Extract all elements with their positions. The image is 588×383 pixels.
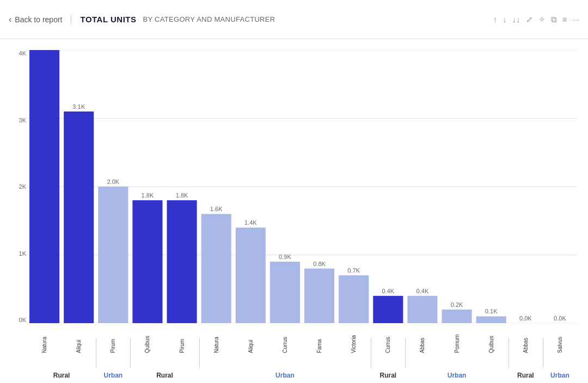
title-section: TOTAL UNITS BY CATEGORY AND MANUFACTURER (80, 15, 275, 24)
bar-label-slot-4: Pirum (165, 323, 199, 353)
category-row: RuralUrbanRuralUrbanRuralUrbanRuralUrban (27, 368, 577, 383)
chart-container: 0K 1K 2K 3K 4K 4.0K3.1K2.0K1.8K1.8K1.6K1… (0, 39, 588, 383)
bar-name-label-2: Pirum (110, 323, 116, 353)
category-label-3: Urban (199, 372, 371, 379)
bar-value-11: 0.4K (416, 288, 429, 294)
bar-value-8: 0.8K (313, 261, 326, 267)
bar-label-slot-12: Pomum (440, 323, 474, 353)
bar-name-label-10: Currus (385, 323, 391, 353)
chart-title: TOTAL UNITS (80, 15, 136, 24)
chevron-left-icon: ‹ (9, 15, 11, 24)
group-separator-3 (199, 338, 200, 368)
category-label-5: Urban (405, 372, 508, 379)
bar-label-slot-15: Salvus (543, 323, 577, 353)
y-label-1: 1K (19, 250, 26, 257)
bar-1[interactable] (64, 112, 94, 323)
bar-name-label-15: Salvus (557, 323, 563, 353)
bar-value-1: 3.1K (72, 103, 85, 110)
bar-label-slot-2: Pirum (96, 323, 130, 353)
group-separator-7 (543, 338, 543, 368)
bar-12[interactable] (442, 310, 472, 323)
bar-label-slot-8: Fama (302, 323, 336, 353)
group-separator-1 (96, 338, 96, 368)
bar-value-5: 1.6K (210, 206, 223, 212)
bar-9[interactable] (339, 275, 369, 323)
bar-value-10: 0.4K (382, 288, 394, 294)
bar-3[interactable] (132, 200, 162, 323)
bar-value-13: 0.1K (485, 308, 498, 314)
bar-label-slot-10: Currus (371, 323, 405, 353)
bar-value-14: 0.0K (519, 315, 532, 322)
back-label: Back to report (15, 15, 62, 24)
y-label-3: 3K (19, 117, 26, 123)
bar-value-15: 0.0K (554, 315, 566, 322)
bar-label-slot-0: Natura (27, 323, 62, 353)
bar-label-slot-14: Abbas (509, 323, 543, 353)
category-label-2: Rural (130, 372, 199, 379)
group-separator-5 (405, 338, 406, 368)
bar-13[interactable] (476, 316, 506, 323)
y-label-4: 4K (19, 50, 26, 57)
sort-asc-icon[interactable]: ↑ (493, 15, 498, 24)
bar-value-4: 1.8K (176, 192, 188, 199)
bar-0[interactable] (29, 50, 59, 323)
bar-name-label-7: Currus (282, 323, 288, 353)
bar-name-label-9: Victoria (351, 323, 357, 353)
y-label-2: 2K (19, 183, 26, 190)
bar-name-label-12: Pomum (454, 323, 460, 353)
category-label-6: Rural (509, 372, 543, 379)
copy-icon[interactable]: ⧉ (551, 15, 557, 24)
bar-label-slot-7: Currus (268, 323, 302, 353)
bar-value-2: 2.0K (107, 178, 119, 185)
bar-4[interactable] (167, 200, 197, 323)
chart-subtitle: BY CATEGORY AND MANUFACTURER (143, 15, 275, 23)
expand-icon[interactable]: ⤢ (526, 15, 533, 24)
toolbar-icons: ↑ ↓ ↓↓ ⤢ ✧ ⧉ ≡ ··· (493, 15, 579, 24)
bar-name-label-3: Quibus (144, 323, 150, 353)
bar-label-slot-5: Natura (199, 323, 234, 353)
more-icon[interactable]: ··· (572, 15, 579, 24)
bar-value-7: 0.9K (279, 254, 291, 260)
bookmark-icon[interactable]: ✧ (538, 15, 546, 24)
bar-label-slot-13: Quibus (474, 323, 509, 353)
bar-11[interactable] (407, 296, 437, 323)
category-label-7: Urban (543, 372, 577, 379)
bar-label-slot-1: Aliqui (62, 323, 96, 353)
chart-svg: 4.0K3.1K2.0K1.8K1.8K1.6K1.4K0.9K0.8K0.7K… (27, 50, 577, 323)
category-label-4: Rural (371, 372, 405, 379)
bar-7[interactable] (270, 262, 300, 323)
bar-10[interactable] (373, 296, 403, 323)
group-separator-6 (509, 338, 509, 368)
category-label-1: Urban (96, 372, 130, 379)
bar-label-slot-11: Abbas (405, 323, 439, 353)
y-axis: 0K 1K 2K 3K 4K (5, 50, 26, 323)
bar-label-slot-3: Quibus (130, 323, 164, 353)
bar-5[interactable] (201, 214, 231, 323)
bar-value-6: 1.4K (244, 219, 257, 226)
bar-name-label-0: Natura (41, 323, 47, 353)
bar-name-label-8: Fama (316, 323, 322, 353)
bar-8[interactable] (304, 269, 334, 323)
header: ‹ Back to report TOTAL UNITS BY CATEGORY… (0, 0, 588, 39)
category-label-0: Rural (27, 372, 96, 379)
bar-2[interactable] (98, 187, 128, 323)
bar-value-9: 0.7K (347, 267, 360, 274)
sort-desc2-icon[interactable]: ↓↓ (512, 15, 520, 24)
y-label-0: 0K (19, 317, 26, 323)
filter-icon[interactable]: ≡ (562, 15, 567, 24)
bar-value-12: 0.2K (451, 301, 463, 308)
bar-name-label-6: Aliqui (248, 323, 254, 353)
bar-name-label-5: Natura (213, 323, 219, 353)
group-separator-2 (130, 338, 131, 368)
back-button[interactable]: ‹ Back to report (9, 15, 71, 24)
bar-name-label-4: Pirum (179, 323, 185, 353)
bar-name-label-13: Quibus (488, 323, 494, 353)
bar-label-slot-6: Aliqui (234, 323, 268, 353)
bar-name-label-14: Abbas (523, 323, 529, 353)
bar-6[interactable] (236, 227, 266, 323)
bar-name-label-1: Aliqui (76, 323, 82, 353)
bar-name-label-11: Abbas (419, 323, 425, 353)
sort-desc-icon[interactable]: ↓ (503, 15, 507, 24)
group-separator-4 (371, 338, 371, 368)
bar-label-slot-9: Victoria (336, 323, 371, 353)
